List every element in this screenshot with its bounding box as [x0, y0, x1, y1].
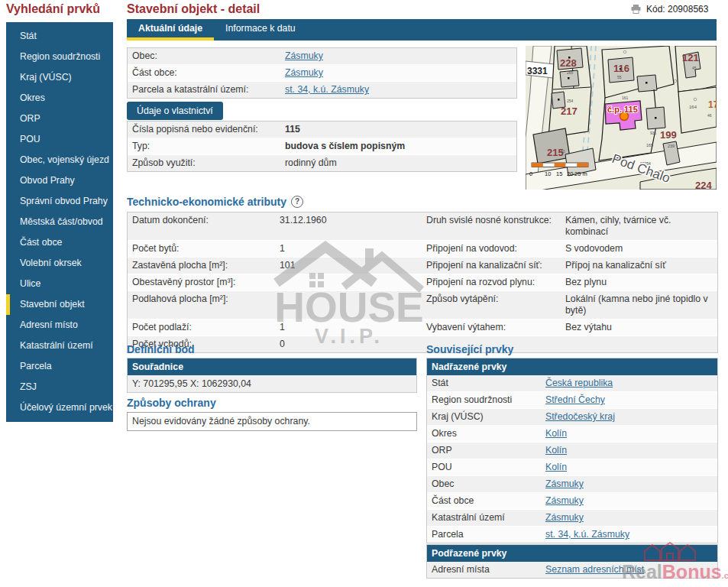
parcela-rel-link[interactable]: st. 34, k.ú. Zásmuky: [545, 529, 629, 540]
building-number: 45: [692, 66, 697, 70]
sidebar-item-stavebni-objekt[interactable]: Stavební objekt: [6, 294, 113, 315]
parcela-link[interactable]: st. 34, k.ú. Zásmuky: [285, 84, 369, 96]
sidebar-item-ucelovy-uzemni-prvek[interactable]: Účelový územní prvek: [6, 397, 113, 418]
code-label: Kód: 20908563: [646, 4, 708, 15]
cadastral-map[interactable]: 3331 228 217 215 116 121 164 199 224 17 …: [526, 46, 717, 190]
pou-link[interactable]: Kolín: [545, 462, 567, 473]
stat-link[interactable]: Česká republika: [545, 378, 613, 389]
table-row: Stát Česká republika: [427, 375, 717, 392]
sidebar-item-obec[interactable]: Obec, vojenský újezd: [6, 150, 113, 170]
katastralni-uzemi-link[interactable]: Zásmuky: [545, 512, 584, 524]
row-label: POU: [427, 462, 545, 473]
parcel-number: 224: [695, 180, 712, 190]
tab-aktualni-udaje[interactable]: Aktuální údaje: [127, 19, 214, 41]
sidebar-item-parcela[interactable]: Parcela: [6, 356, 113, 377]
building-number: 161: [622, 96, 629, 100]
building-number: 265: [567, 70, 574, 75]
sidebar-item-kraj[interactable]: Kraj (VÚSC): [6, 67, 113, 88]
sidebar-item-spravni-obvod-prahy[interactable]: Správní obvod Prahy: [6, 191, 113, 212]
coordinates-header: Souřadnice: [128, 358, 416, 375]
parent-elements-table: Nadřazené prvky Stát Česká republika Reg…: [426, 358, 718, 543]
sidebar-item-volebni-okrsek[interactable]: Volební okrsek: [6, 253, 113, 274]
sidebar: Stát Region soudržnosti Kraj (VÚSC) Okre…: [6, 22, 113, 422]
row-value: Kámen, cihly, tvárnice vč. kombinací: [565, 215, 717, 238]
scale-label: 25 m: [574, 170, 587, 177]
row-value: 0: [280, 339, 426, 350]
sidebar-item-zsj[interactable]: ZSJ: [6, 377, 113, 397]
ownership-button[interactable]: Údaje o vlastnictví: [127, 102, 223, 120]
obec-rel-link[interactable]: Zásmuky: [545, 478, 584, 490]
sidebar-item-adresni-misto[interactable]: Adresní místo: [6, 315, 113, 336]
page: Vyhledání prvků Stát Region soudržnosti …: [0, 0, 728, 587]
tab-bar: Aktuální údaje Informace k datu: [127, 19, 717, 41]
sidebar-item-pou[interactable]: POU: [6, 129, 113, 150]
okres-link[interactable]: Kolín: [545, 428, 567, 439]
row-label: Obestavěný prostor [m³]:: [128, 277, 280, 288]
table-row: Zastavěná plocha [m²]: 101 Připojení na …: [128, 258, 717, 274]
sidebar-item-mestska-cast[interactable]: Městská část/obvod: [6, 212, 113, 232]
tab-informace-k-datu[interactable]: Informace k datu: [214, 19, 307, 41]
parcel-number: 228: [560, 57, 577, 69]
row-label: Zastavěná plocha [m²]:: [128, 260, 280, 271]
table-row: POU Kolín: [427, 459, 717, 476]
map-building: [533, 128, 570, 164]
orp-link[interactable]: Kolín: [545, 445, 567, 456]
row-label: Typ:: [128, 141, 285, 152]
table-row: Počet podlaží: 1 Vybavení výtahem: Bez v…: [128, 319, 717, 336]
sidebar-item-cast-obce[interactable]: Část obce: [6, 232, 113, 253]
table-row: Obec Zásmuky: [427, 476, 717, 493]
sidebar-item-stat[interactable]: Stát: [6, 26, 113, 47]
row-label: Datum dokončení:: [128, 215, 280, 226]
tech-table: Datum dokončení: 31.12.1960 Druh svislé …: [127, 212, 718, 353]
table-row: Datum dokončení: 31.12.1960 Druh svislé …: [128, 212, 717, 241]
row-label: Parcela a katastrální území:: [128, 84, 285, 96]
row-label: Obec: [427, 478, 545, 490]
obec-link[interactable]: Zásmuky: [285, 50, 323, 62]
row-value: budova s číslem popisným: [285, 141, 409, 152]
row-label: Kraj (VÚSC): [427, 411, 545, 423]
child-elements-table: Podřazené prvky Adresní místa Seznam adr…: [426, 544, 718, 579]
table-row: Podlahová plocha [m²]: Způsob vytápění: …: [128, 291, 717, 319]
sidebar-item-region-soudrznosti[interactable]: Region soudržnosti: [6, 47, 113, 67]
row-label: Podlahová plocha [m²]:: [128, 294, 280, 305]
table-row: Počet bytů: 1 Připojení na vodovod: S vo…: [128, 241, 717, 258]
row-value: rodinný dům: [285, 157, 341, 169]
region-link[interactable]: Střední Čechy: [545, 394, 605, 406]
parcel-number: 164: [689, 105, 697, 109]
row-label: Obec:: [128, 50, 285, 62]
row-label: Region soudržnosti: [427, 394, 545, 406]
table-row: Typ: budova s číslem popisným: [128, 138, 516, 155]
adresni-mista-link[interactable]: Seznam adresních míst: [545, 564, 644, 576]
kraj-link[interactable]: Středočeský kraj: [545, 411, 615, 423]
sidebar-item-ulice[interactable]: Ulice: [6, 274, 113, 294]
cast-obce-rel-link[interactable]: Zásmuky: [545, 495, 584, 507]
table-row: Čísla popisná nebo evidenční: 115: [128, 122, 516, 138]
sidebar-title: Vyhledání prvků: [6, 2, 100, 16]
scale-label: 10: [545, 170, 551, 177]
row-value: Lokální (kamna nebo jiné topidlo v bytě): [565, 294, 717, 316]
sidebar-item-katastralni-uzemi[interactable]: Katastrální území: [6, 336, 113, 356]
row-label: Způsob využití:: [128, 157, 285, 169]
tech-section-heading: Technicko-ekonomické atributy ?: [127, 196, 303, 208]
row-value: Přípoj na kanalizační síť: [565, 260, 717, 271]
help-icon[interactable]: ?: [291, 196, 303, 208]
row-label: Druh svislé nosné konstrukce:: [426, 215, 565, 226]
row-value: Bez výtahu: [565, 322, 717, 333]
table-row: Počet vchodů: 0: [128, 336, 717, 352]
row-label: ORP: [427, 445, 545, 456]
row-label: Připojení na kanalizační síť:: [426, 260, 565, 271]
row-value: 1: [280, 322, 426, 333]
sidebar-item-obvod-prahy[interactable]: Obvod Prahy: [6, 170, 113, 191]
sidebar-item-okres[interactable]: Okres: [6, 88, 113, 109]
row-label: Čísla popisná nebo evidenční:: [128, 124, 285, 135]
child-elements-header: Podřazené prvky: [427, 545, 717, 562]
building-number: 931: [650, 131, 657, 135]
sidebar-item-orp[interactable]: ORP: [6, 109, 113, 129]
parcel-number: 121: [682, 52, 699, 63]
row-value: 101: [280, 260, 426, 271]
cast-obce-link[interactable]: Zásmuky: [285, 67, 323, 79]
printer-icon[interactable]: [631, 5, 641, 14]
table-row: Parcela a katastrální území: st. 34, k.ú…: [128, 82, 516, 98]
table-row: Způsob využití: rodinný dům: [128, 155, 516, 171]
parcel-number: 17: [708, 99, 717, 110]
